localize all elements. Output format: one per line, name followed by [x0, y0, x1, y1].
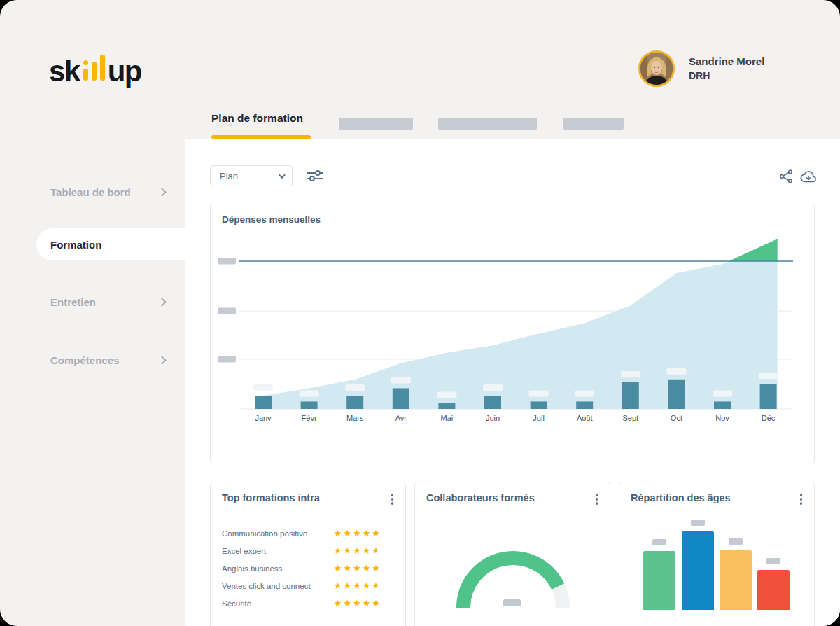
month-bar — [301, 401, 318, 409]
formation-row[interactable]: Excel expert★★★★★★ — [222, 542, 380, 559]
share-icon[interactable] — [779, 169, 794, 183]
star-icon: ★ — [353, 581, 361, 590]
user-role: DRH — [689, 69, 764, 83]
x-axis-label: Févr — [302, 414, 317, 422]
user-name: Sandrine Morel — [689, 55, 764, 69]
gauge-value-placeholder — [503, 599, 521, 606]
x-axis-label: Déc — [762, 414, 776, 422]
bar-label-placeholder — [729, 538, 743, 545]
chevron-right-icon — [158, 298, 167, 307]
star-icon: ★ — [343, 564, 351, 573]
bar-value-placeholder — [253, 384, 273, 391]
chevron-down-icon — [279, 172, 286, 179]
logo-text-up: up — [108, 57, 141, 85]
monthly-expenses-chart: JanvFévrMarsAvrMaiJuinJuilAoûtSeptOctNov… — [211, 225, 814, 464]
star-icon: ★ — [334, 546, 342, 555]
x-axis-label: Oct — [671, 414, 682, 422]
gauge-track-arc — [558, 587, 563, 608]
bar-value-placeholder — [759, 373, 778, 379]
star-rating: ★★★★★★ — [334, 581, 380, 590]
monthly-expenses-card: Dépenses mensuelles JanvFévrMarsAvrMaiJu… — [210, 204, 815, 464]
sidebar-item-entretien[interactable]: Entretien — [0, 286, 185, 318]
formation-label: Communication positive — [222, 529, 307, 538]
star-icon: ★ — [343, 529, 351, 538]
app-window: sk up Sandrine Morel DRH — [0, 0, 840, 626]
star-icon: ★ — [363, 564, 371, 573]
star-icon: ★★ — [372, 581, 380, 590]
age-group-bar — [757, 570, 790, 610]
star-icon: ★ — [353, 546, 361, 555]
star-rating: ★★★★★ — [334, 599, 380, 608]
bar-value-placeholder — [437, 392, 456, 398]
bar-value-placeholder — [529, 390, 549, 396]
formation-label: Excel expert — [222, 547, 266, 555]
sidebar-item-tableau-de-bord[interactable]: Tableau de bord — [0, 176, 185, 208]
month-bar — [484, 396, 501, 409]
star-icon: ★ — [363, 529, 371, 538]
bar-label-placeholder — [691, 520, 705, 526]
user-profile[interactable]: Sandrine Morel DRH — [638, 50, 764, 87]
star-icon: ★ — [363, 581, 371, 590]
star-icon: ★ — [353, 599, 361, 608]
star-icon: ★ — [334, 581, 342, 590]
sidebar-item-competences[interactable]: Compétences — [0, 344, 185, 376]
star-rating: ★★★★★ — [334, 529, 380, 538]
bar-value-placeholder — [391, 377, 411, 383]
x-axis-label: Août — [577, 414, 593, 422]
bar-label-placeholder — [652, 539, 666, 545]
skillup-logo[interactable]: sk up — [49, 52, 141, 85]
bar-value-placeholder — [345, 384, 365, 391]
tab-skeleton-2[interactable] — [438, 118, 537, 130]
month-bar — [346, 396, 363, 409]
formation-row[interactable]: Ventes click and connect★★★★★★ — [222, 577, 380, 594]
plan-select-value: Plan — [220, 171, 238, 181]
plan-select[interactable]: Plan — [210, 165, 293, 186]
bar-value-placeholder — [575, 390, 594, 396]
x-axis-label: Mai — [441, 414, 454, 422]
bar-value-placeholder — [666, 368, 686, 375]
bar-label-placeholder — [766, 558, 780, 564]
formation-row[interactable]: Anglais business★★★★★ — [222, 559, 380, 577]
month-bar — [531, 401, 547, 409]
formation-label: Sécurité — [222, 599, 251, 608]
spend-area — [263, 239, 778, 409]
month-bar — [576, 401, 593, 409]
star-icon: ★ — [334, 564, 342, 573]
star-icon: ★ — [343, 546, 351, 555]
y-axis-tick-placeholder — [218, 258, 236, 265]
tab-skeleton-1[interactable] — [339, 118, 413, 130]
star-icon: ★ — [353, 529, 361, 538]
x-axis-label: Mars — [346, 414, 364, 422]
month-bar — [393, 388, 410, 409]
formation-row[interactable]: Communication positive★★★★★ — [222, 524, 380, 542]
sidebar-item-formation[interactable]: Formation — [36, 228, 185, 260]
age-group-bar — [720, 550, 752, 610]
age-distribution-chart — [620, 482, 814, 610]
x-axis-label: Nov — [715, 414, 729, 422]
card-title: Dépenses mensuelles — [222, 214, 321, 225]
star-icon: ★ — [372, 564, 380, 573]
tab-plan-de-formation[interactable]: Plan de formation — [211, 112, 303, 125]
x-axis-label: Sept — [622, 414, 638, 422]
y-axis-tick-placeholder — [218, 356, 236, 363]
star-icon: ★ — [372, 599, 380, 608]
age-distribution-card: Répartition des âges — [619, 482, 815, 626]
star-icon: ★ — [372, 529, 380, 538]
star-icon: ★ — [343, 581, 351, 590]
bar-value-placeholder — [713, 390, 732, 396]
x-axis-label: Juin — [486, 414, 500, 422]
bar-value-placeholder — [621, 371, 640, 377]
avatar — [638, 50, 675, 87]
x-axis-label: Juil — [533, 414, 545, 422]
tab-skeleton-3[interactable] — [564, 118, 624, 130]
cloud-download-icon[interactable] — [799, 170, 818, 183]
formation-row[interactable]: Sécurité★★★★★ — [222, 594, 380, 612]
kebab-menu-icon[interactable] — [388, 492, 397, 506]
filter-sliders-icon[interactable] — [306, 168, 324, 183]
month-bar — [438, 403, 455, 409]
logo-text-sk: sk — [49, 57, 80, 85]
x-axis-label: Janv — [255, 414, 272, 422]
x-axis-label: Avr — [396, 414, 407, 422]
month-bar — [714, 401, 731, 409]
chevron-right-icon — [158, 356, 167, 365]
